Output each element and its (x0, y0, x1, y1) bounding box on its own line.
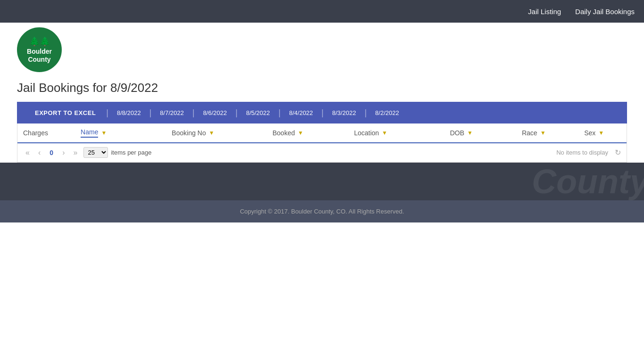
items-per-page-control: 25 50 100 items per page (83, 147, 151, 158)
items-per-page-select[interactable]: 25 50 100 (83, 147, 108, 158)
toolbar-date-0[interactable]: 8/8/2022 (110, 102, 148, 123)
col-header-charges: Charges (17, 123, 75, 143)
toolbar-sep-6: | (363, 108, 369, 118)
top-nav: Jail Listing Daily Jail Bookings (0, 0, 644, 23)
col-header-location: Location ▼ (348, 123, 444, 143)
logo-trees-icon: 🌲🌲 (29, 36, 50, 47)
col-header-dob: DOB ▼ (444, 123, 516, 143)
header: 🌲🌲 BoulderCounty (0, 23, 644, 72)
toolbar-date-2[interactable]: 8/6/2022 (197, 102, 234, 123)
toolbar-date-4[interactable]: 8/4/2022 (282, 102, 320, 123)
daily-jail-bookings-link[interactable]: Daily Jail Bookings (575, 8, 635, 16)
no-items-message: No items to display (556, 149, 608, 156)
pagination-row: « ‹ 0 › » 25 50 100 items per page (17, 143, 627, 162)
race-filter-icon[interactable]: ▼ (540, 130, 546, 136)
location-filter-icon[interactable]: ▼ (382, 130, 388, 136)
prev-page-button[interactable]: ‹ (36, 148, 43, 158)
dob-filter-icon[interactable]: ▼ (467, 130, 473, 136)
page-title: Jail Bookings for 8/9/2022 (17, 81, 627, 95)
next-page-button[interactable]: › (60, 148, 67, 158)
first-page-button[interactable]: « (23, 148, 32, 158)
col-header-name: Name ▼ (75, 123, 166, 143)
col-header-sex: Sex ▼ (578, 123, 627, 143)
toolbar-date-1[interactable]: 8/7/2022 (153, 102, 190, 123)
current-page: 0 (47, 149, 56, 156)
logo: 🌲🌲 BoulderCounty (17, 27, 62, 72)
bookings-table: Charges Name ▼ Booking No ▼ (17, 123, 627, 162)
toolbar-date-3[interactable]: 8/5/2022 (239, 102, 277, 123)
items-per-page-label: items per page (111, 149, 151, 156)
sex-filter-icon[interactable]: ▼ (598, 130, 604, 136)
table-body: « ‹ 0 › » 25 50 100 items per page (17, 143, 627, 162)
refresh-button[interactable]: ↻ (615, 148, 621, 157)
toolbar-sep-1: | (148, 108, 154, 118)
last-page-button[interactable]: » (71, 148, 80, 158)
table-header-row: Charges Name ▼ Booking No ▼ (17, 123, 627, 143)
toolbar-sep-2: | (190, 108, 197, 118)
name-filter-icon[interactable]: ▼ (101, 130, 107, 136)
toolbar-date-5[interactable]: 8/3/2022 (326, 102, 363, 123)
toolbar-date-6[interactable]: 8/2/2022 (369, 102, 406, 123)
booked-filter-icon[interactable]: ▼ (297, 130, 303, 136)
toolbar-sep-5: | (320, 108, 326, 118)
export-to-excel-button[interactable]: EXPORT TO EXCEL (26, 102, 104, 123)
footer-watermark: County (532, 163, 644, 200)
logo-text: BoulderCounty (27, 48, 52, 64)
col-header-booking-no: Booking No ▼ (166, 123, 267, 143)
col-header-booked: Booked ▼ (267, 123, 348, 143)
footer-band: County (0, 163, 644, 200)
toolbar: EXPORT TO EXCEL | 8/8/2022 | 8/7/2022 | … (17, 102, 627, 123)
booking-no-filter-icon[interactable]: ▼ (209, 130, 215, 136)
table-wrapper: Charges Name ▼ Booking No ▼ (17, 123, 627, 163)
toolbar-sep-3: | (233, 108, 239, 118)
toolbar-sep-4: | (277, 108, 283, 118)
copyright-text: Copyright © 2017. Boulder County, CO. Al… (17, 208, 627, 215)
col-header-race: Race ▼ (516, 123, 578, 143)
jail-listing-link[interactable]: Jail Listing (528, 8, 561, 16)
page-title-section: Jail Bookings for 8/9/2022 (0, 72, 644, 102)
copyright-bar: Copyright © 2017. Boulder County, CO. Al… (0, 200, 644, 222)
toolbar-sep-0: | (104, 108, 110, 118)
